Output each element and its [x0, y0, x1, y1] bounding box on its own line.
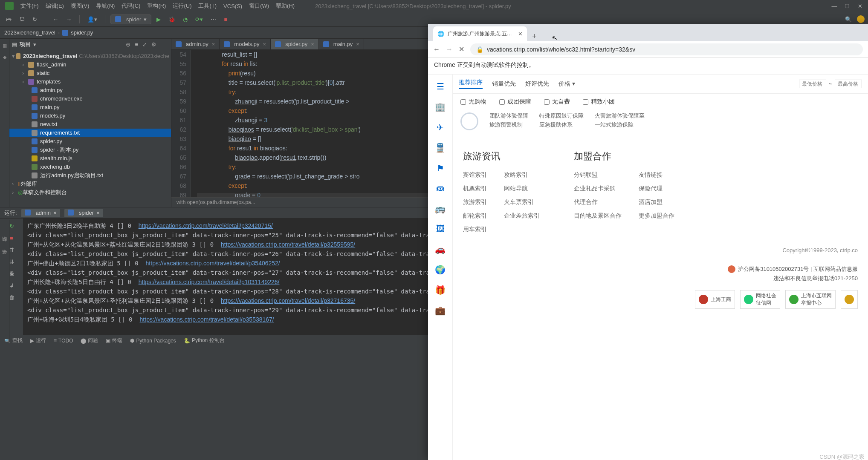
check-group[interactable]: 成团保障 [499, 98, 531, 106]
close-icon[interactable]: × [212, 41, 215, 47]
status-terminal[interactable]: ▣ 终端 [106, 337, 122, 344]
check-noshopping[interactable]: 无购物 [460, 98, 486, 106]
tab-main[interactable]: main.py× [319, 39, 364, 49]
menu-tools[interactable]: 工具(T) [195, 2, 220, 10]
window-minimize-icon[interactable]: — [828, 3, 841, 9]
footer-link[interactable]: 网站导航 [504, 185, 540, 193]
bus-icon[interactable]: 🚌 [435, 204, 446, 214]
status-console[interactable]: 🐍 Python 控制台 [184, 337, 225, 344]
menu-nav[interactable]: 导航(N) [93, 2, 118, 10]
tree-root[interactable]: ▾2023xiecheng_travelC:\Users\83852\Deskt… [9, 52, 171, 60]
tree-external-libs[interactable]: ›⫴ 外部库 [9, 180, 171, 188]
badge-shanghai[interactable]: 上海工商 [695, 290, 735, 309]
menu-help[interactable]: 帮助(H) [272, 2, 298, 10]
tree-file-requirements[interactable]: requirements.txt [9, 129, 171, 137]
sort-price[interactable]: 价格 ▾ [558, 80, 575, 88]
chevron-down-icon[interactable]: ▾ [33, 41, 36, 48]
tree-dir-flask-admin[interactable]: ›flask_admin [9, 60, 171, 69]
run-tab-admin[interactable]: admin × [21, 209, 60, 217]
window-maximize-icon[interactable]: ☐ [841, 3, 854, 9]
tree-dir-static[interactable]: ›static [9, 69, 171, 78]
check-smallgroup[interactable]: 精致小团 [583, 98, 615, 106]
close-icon[interactable]: × [53, 210, 57, 216]
window-close-icon[interactable]: ✕ [854, 3, 866, 9]
gift-icon[interactable]: 🎁 [435, 285, 446, 295]
close-tab-icon[interactable]: ✕ [518, 31, 523, 37]
tab-admin[interactable]: admin.py× [171, 39, 220, 49]
tree-dir-templates[interactable]: ›templates [9, 78, 171, 86]
footer-link[interactable]: 保险代理 [639, 185, 674, 193]
find-icon[interactable]: 🔍 [842, 15, 854, 23]
close-icon[interactable]: × [356, 41, 359, 47]
target-icon[interactable]: ⊕ [124, 41, 133, 48]
tab-models[interactable]: models.py× [220, 39, 271, 49]
expand-icon[interactable]: ≡ [133, 41, 140, 48]
max-price-input[interactable] [835, 80, 862, 88]
run-config-combo[interactable]: spider ▾ [110, 14, 151, 24]
ticket-icon[interactable]: 🎟 [436, 184, 445, 193]
run-tab-spider[interactable]: spider × [64, 209, 103, 217]
status-packages[interactable]: ⬢ Python Packages [130, 338, 176, 344]
menu-refactor[interactable]: 重构(R) [144, 2, 169, 10]
commit-tool-icon[interactable]: ◆ [3, 55, 6, 60]
footer-link[interactable]: 攻略索引 [504, 171, 540, 179]
menu-window[interactable]: 窗口(W) [246, 2, 272, 10]
project-tool-icon[interactable]: ▦ [3, 43, 7, 49]
back-icon[interactable]: ← [433, 46, 440, 53]
tree-file-spider[interactable]: spider.py [9, 137, 171, 146]
coverage-icon[interactable]: ◔ [180, 15, 190, 23]
back-icon[interactable]: ← [50, 15, 61, 23]
menu-view[interactable]: 视图(V) [67, 2, 93, 10]
vcs-icon[interactable]: 👤▾ [85, 15, 100, 23]
footer-link[interactable]: 目的地及景区合作 [574, 212, 622, 220]
footer-link[interactable]: 宾馆索引 [463, 171, 487, 179]
footer-link[interactable]: 邮轮索引 [463, 212, 487, 220]
tree-file-admin[interactable]: admin.py [9, 86, 171, 95]
stop-load-icon[interactable]: ✕ [459, 45, 464, 53]
flag-icon[interactable]: ⚑ [437, 163, 444, 173]
menu-edit[interactable]: 编辑(E) [42, 2, 67, 10]
status-todo[interactable]: ≡ TODO [54, 338, 73, 344]
check-nofee[interactable]: 无自费 [544, 98, 570, 106]
tree-file-models[interactable]: models.py [9, 112, 171, 120]
footer-link[interactable]: 旅游索引 [463, 198, 487, 206]
min-price-input[interactable] [799, 80, 826, 88]
status-problems[interactable]: ⬤ 问题 [81, 337, 98, 344]
menu-file[interactable]: 文件(F) [17, 2, 42, 10]
tree-scratches[interactable]: ›◎ 草稿文件和控制台 [9, 188, 171, 197]
status-run[interactable]: ▶ 运行 [30, 337, 46, 344]
building-icon[interactable]: 🏢 [435, 102, 446, 112]
run-icon[interactable]: ▶ [154, 15, 163, 23]
car-icon[interactable]: 🚗 [435, 244, 446, 254]
footer-link[interactable]: 火车票索引 [504, 198, 540, 206]
stop-icon[interactable]: ■ [221, 15, 230, 23]
tree-file-chromedriver[interactable]: chromedriver.exe [9, 95, 171, 103]
tree-file-spider-copy[interactable]: spider - 副本.py [9, 146, 171, 154]
collapse-icon[interactable]: ⤢ [140, 41, 149, 48]
footer-link[interactable]: 用车索引 [463, 226, 487, 233]
forward-icon[interactable]: → [64, 15, 74, 23]
sort-rating[interactable]: 好评优先 [525, 80, 549, 88]
sort-recommended[interactable]: 推荐排序 [459, 79, 483, 89]
footer-link[interactable]: 企业礼品卡采购 [574, 185, 622, 193]
close-icon[interactable]: × [96, 210, 100, 216]
crumb-project[interactable]: 2023xiecheng_travel [4, 29, 55, 36]
sync-icon[interactable]: ↻ [30, 15, 40, 23]
close-icon[interactable]: × [263, 41, 266, 47]
footer-link[interactable]: 机票索引 [463, 185, 487, 193]
train-icon[interactable]: 🚆 [435, 143, 446, 153]
tree-file-stealth[interactable]: stealth.min.js [9, 154, 171, 163]
save-icon[interactable]: 🖫 [17, 15, 27, 23]
image-icon[interactable]: 🖼 [436, 224, 445, 234]
badge-credit[interactable]: 网络社会 征信网 [740, 290, 780, 309]
footer-link[interactable]: 酒店加盟 [639, 198, 674, 206]
ide-notification-icon[interactable] [857, 15, 865, 23]
footer-link[interactable]: 更多加盟合作 [639, 212, 674, 220]
menu-vcs[interactable]: VCS(S) [220, 3, 246, 9]
attach-icon[interactable]: ⋯ [208, 15, 219, 23]
globe-icon[interactable]: 🌍 [435, 264, 446, 275]
badge-report[interactable]: 上海市互联网 举报中心 [785, 290, 836, 309]
profile-icon[interactable]: ⟳▾ [193, 15, 205, 23]
tree-file-runadmin[interactable]: 运行admin.py启动项目.txt [9, 171, 171, 180]
hamburger-icon[interactable]: ☰ [437, 81, 444, 92]
